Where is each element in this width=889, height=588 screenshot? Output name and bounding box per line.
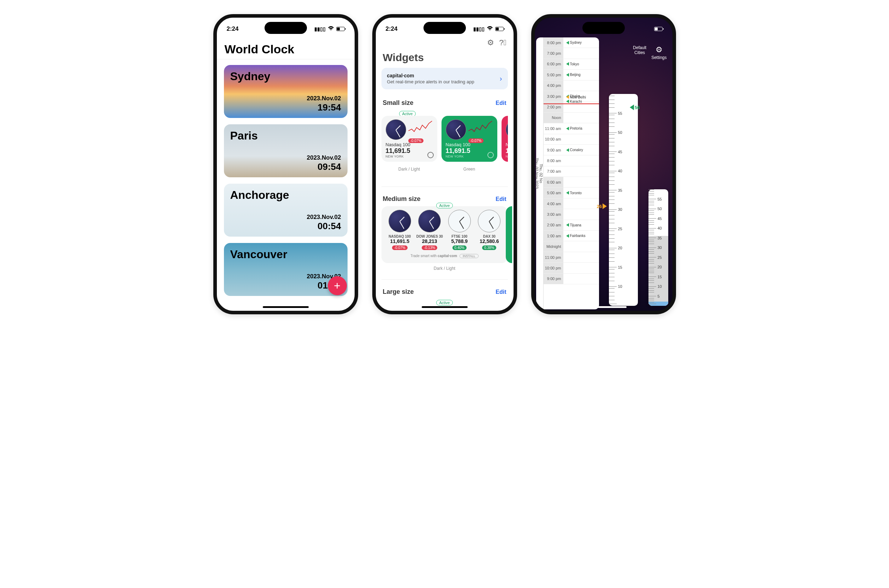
active-badge: Active bbox=[436, 203, 453, 208]
hour-row[interactable]: 3:00 pm Dhaka New Delhi Karachi bbox=[544, 91, 599, 102]
hour-row[interactable]: 7:00 am bbox=[544, 166, 599, 177]
day-label-top: Thu, 02 No bbox=[539, 39, 543, 307]
ruler-tick bbox=[649, 228, 655, 228]
promo-title: capital·com bbox=[387, 73, 474, 78]
refresh-icon[interactable] bbox=[427, 152, 434, 158]
hour-row[interactable]: 3:00 am bbox=[544, 209, 599, 220]
hour-row[interactable]: 1:00 am Fairbanks bbox=[544, 231, 599, 241]
widget-caption: Green bbox=[441, 167, 497, 172]
hour-row[interactable]: 7:00 pm bbox=[544, 48, 599, 58]
ruler-pointer-orange[interactable]: 26 bbox=[597, 203, 607, 209]
hour-label: 4:00 am bbox=[544, 198, 563, 209]
timeline-panel[interactable]: Thu, 02 No Thu, 02 Nov 2023 8:00 pm Sydn… bbox=[536, 38, 599, 309]
ruler-tick bbox=[609, 118, 616, 119]
ruler-tick bbox=[649, 269, 655, 269]
ruler-tick bbox=[649, 238, 655, 238]
hour-row[interactable]: Midnight bbox=[544, 241, 599, 252]
hour-label: Midnight bbox=[544, 241, 563, 252]
edit-button[interactable]: Edit bbox=[496, 100, 506, 106]
ruler-tick bbox=[649, 203, 655, 203]
ruler-tick bbox=[649, 267, 655, 267]
ruler-tick bbox=[649, 214, 655, 215]
edit-button[interactable]: Edit bbox=[496, 196, 506, 202]
hour-row[interactable]: 5:00 pm Beijing bbox=[544, 70, 599, 80]
ruler-tick bbox=[649, 279, 655, 279]
city-card-sydney[interactable]: Sydney 2023.Nov.02 19:54 bbox=[224, 65, 348, 118]
ruler-tick bbox=[609, 157, 616, 158]
hour-label: 4:00 pm bbox=[544, 81, 563, 91]
city-list[interactable]: Sydney 2023.Nov.02 19:54 Paris 2023.Nov.… bbox=[217, 59, 355, 302]
hour-row[interactable]: 11:00 am Pretoria bbox=[544, 123, 599, 134]
ruler-tick bbox=[649, 263, 655, 264]
clock-icon bbox=[388, 210, 411, 232]
hour-row[interactable]: 11:00 pm bbox=[544, 252, 599, 263]
city-label: Sydney bbox=[570, 40, 582, 45]
city-card-paris[interactable]: Paris 2023.Nov.02 09:54 bbox=[224, 124, 348, 177]
hour-row[interactable]: 5:00 am Toronto bbox=[544, 188, 599, 198]
section-header-large: Large size Edit bbox=[381, 286, 508, 299]
hour-row[interactable]: 9:00 am Conakry bbox=[544, 145, 599, 155]
small-widget[interactable]: -0.07% Nasdaq 100 11,691.5 NEW YORK bbox=[381, 116, 437, 162]
hour-row[interactable]: 6:00 pm Tokyo bbox=[544, 59, 599, 70]
hour-label: 9:00 am bbox=[544, 145, 563, 155]
hour-label: 8:00 pm bbox=[544, 38, 563, 48]
next-widget-peek[interactable] bbox=[506, 206, 512, 263]
hour-row[interactable]: 6:00 am bbox=[544, 177, 599, 188]
hour-row[interactable]: 4:00 am bbox=[544, 198, 599, 209]
hour-row[interactable]: 8:00 am bbox=[544, 155, 599, 166]
home-indicator[interactable] bbox=[422, 306, 468, 308]
ruler-main[interactable]: 55504540353025201510 56 26 bbox=[609, 94, 638, 306]
small-widget[interactable]: -0.07% Nasdaq 100 11,691.5 NEW YORK bbox=[441, 116, 497, 162]
settings-label: Settings bbox=[651, 55, 667, 60]
triangle-icon bbox=[566, 127, 569, 130]
percent-badge: -0.07% bbox=[392, 246, 408, 250]
ruler-tick bbox=[609, 211, 616, 212]
hour-row[interactable]: 9:00 pm bbox=[544, 274, 599, 284]
ruler-tick bbox=[649, 280, 655, 281]
default-cities-button[interactable]: Default Cities bbox=[633, 45, 646, 60]
ruler-tick bbox=[649, 199, 655, 199]
medium-widget-item: NASDAQ 100 11,691.5 -0.07% bbox=[387, 210, 414, 250]
hour-list[interactable]: 8:00 pm Sydney7:00 pm6:00 pm Tokyo5:00 p… bbox=[543, 38, 599, 309]
refresh-icon[interactable] bbox=[487, 152, 494, 158]
ruler-tick bbox=[649, 209, 655, 209]
city-datetime: 2023.Nov.02 19:54 bbox=[230, 95, 341, 113]
small-widget[interactable]: Nasdaq 11,691 NEW Y bbox=[502, 116, 508, 162]
medium-widget-item: DAX 30 12,580.6 0.38% bbox=[476, 210, 503, 250]
edit-button[interactable]: Edit bbox=[496, 289, 506, 295]
section-header-small: Small size Edit bbox=[381, 97, 508, 110]
medium-widget-item: DOW JONES 30 28,213 -0.13% bbox=[416, 210, 443, 250]
ruler-tick bbox=[609, 254, 616, 254]
hour-row[interactable]: 10:00 am bbox=[544, 134, 599, 145]
percent-badge: 0.38% bbox=[482, 246, 496, 250]
settings-icon[interactable]: ⚙ bbox=[487, 38, 494, 47]
ruler-tick bbox=[649, 205, 655, 205]
triangle-icon bbox=[566, 234, 569, 238]
chevron-right-icon: › bbox=[500, 75, 502, 82]
toolbar: ⚙ ?⃝ bbox=[376, 35, 514, 50]
help-icon[interactable]: ?⃝ bbox=[499, 38, 506, 47]
day-label-bottom: Thu, 02 Nov 2023 bbox=[535, 39, 539, 307]
city-card-anchorage[interactable]: Anchorage 2023.Nov.02 00:54 bbox=[224, 184, 348, 237]
ruler-tick bbox=[609, 292, 616, 292]
hour-row[interactable]: Noon bbox=[544, 112, 599, 123]
hour-row[interactable]: 4:00 pm bbox=[544, 81, 599, 91]
add-city-button[interactable]: + bbox=[328, 276, 347, 295]
home-indicator[interactable] bbox=[581, 306, 627, 308]
medium-widget[interactable]: Active NASDAQ 100 11,691.5 -0.07% DOW JO… bbox=[381, 206, 508, 263]
home-indicator[interactable] bbox=[263, 306, 309, 308]
ruler-pointer-green[interactable]: 56 bbox=[630, 105, 640, 110]
hour-row[interactable]: 8:00 pm Sydney bbox=[544, 38, 599, 48]
install-button[interactable]: INSTALL bbox=[460, 254, 478, 258]
promo-banner[interactable]: capital·com Get real-time price alerts i… bbox=[381, 68, 508, 89]
hour-row[interactable]: 2:00 am Tijuana bbox=[544, 220, 599, 231]
small-widgets-row[interactable]: -0.07% Nasdaq 100 11,691.5 NEW YORK -0.0… bbox=[381, 116, 508, 162]
index-label: DAX 30 bbox=[476, 234, 503, 238]
ruler-small[interactable]: 555045403530252015105 bbox=[649, 189, 668, 306]
ruler-tick bbox=[649, 292, 655, 292]
trade-promo[interactable]: Trade smart with capital·com INSTALL bbox=[387, 254, 503, 258]
settings-button[interactable]: ⚙ Settings bbox=[651, 45, 667, 60]
page-title: World Clock bbox=[225, 42, 347, 56]
hour-row[interactable]: 10:00 pm bbox=[544, 263, 599, 273]
city-datetime: 2023.Nov.02 01:54 bbox=[230, 273, 341, 291]
